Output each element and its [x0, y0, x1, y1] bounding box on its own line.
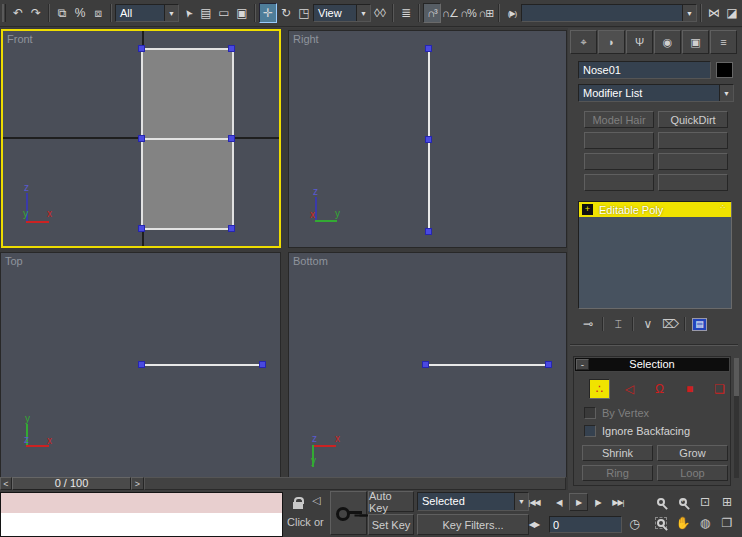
zoom-all-icon[interactable] — [674, 493, 692, 511]
time-configuration-icon[interactable]: ◷ — [626, 515, 643, 533]
vertex-handle[interactable] — [228, 225, 235, 232]
chevron-down-icon[interactable]: ▼ — [682, 5, 696, 21]
by-vertex-checkbox[interactable] — [584, 407, 596, 419]
vertex-subobject-button[interactable]: ∴ — [589, 379, 610, 399]
modifier-button-empty[interactable] — [584, 132, 654, 149]
vertex-handle[interactable] — [228, 135, 235, 142]
bind-to-spacewarp-icon[interactable]: ⧈ — [89, 3, 107, 23]
tab-create[interactable]: ⌖ — [570, 30, 597, 54]
arc-rotate-icon[interactable]: ◍ — [696, 514, 714, 532]
viewport-top[interactable]: Top y z x — [0, 252, 281, 478]
zoom-extents-icon[interactable]: ⊡ — [696, 493, 714, 511]
select-and-move-icon[interactable]: ✛ — [259, 3, 277, 23]
spinner-snap-icon[interactable]: ∩⊞ — [477, 3, 495, 23]
select-by-name-icon[interactable]: ▤ — [197, 3, 215, 23]
percent-snap-icon[interactable]: ∩% — [459, 3, 477, 23]
chevron-down-icon[interactable]: ▼ — [356, 5, 370, 21]
loop-button[interactable]: Loop — [657, 465, 728, 481]
ignore-backfacing-checkbox[interactable] — [584, 425, 596, 437]
tab-utilities[interactable]: ≡ — [710, 30, 737, 54]
viewport-right-label[interactable]: Right — [293, 33, 319, 45]
min-max-toggle-icon[interactable]: ❐ — [718, 514, 736, 532]
modifier-button-empty[interactable] — [658, 132, 728, 149]
modifier-list-dropdown[interactable]: Modifier List ▼ — [578, 84, 734, 102]
chevron-down-icon[interactable]: ▼ — [164, 5, 178, 21]
select-and-rotate-icon[interactable]: ↻ — [277, 3, 295, 23]
mirror-icon[interactable]: ⋈ — [705, 3, 723, 23]
vertex-handle[interactable] — [259, 361, 266, 368]
vertex-handle[interactable] — [425, 228, 432, 235]
snap-toggle-3d-icon[interactable]: ∩³ — [423, 3, 441, 23]
modifier-button-model-hair[interactable]: Model Hair — [584, 111, 654, 128]
angle-snap-icon[interactable]: ∩∠ — [441, 3, 459, 23]
key-filters-button[interactable]: Key Filters... — [417, 514, 529, 535]
pin-stack-icon[interactable]: ⊸ — [580, 317, 596, 331]
viewport-front-label[interactable]: Front — [7, 33, 33, 45]
align-icon[interactable]: ◪ — [723, 3, 741, 23]
region-zoom-icon[interactable] — [652, 514, 670, 532]
border-subobject-button[interactable]: Ω — [649, 379, 670, 399]
ring-button[interactable]: Ring — [582, 465, 653, 481]
stack-item-editable-poly[interactable]: + Editable Poly ∴ — [579, 202, 731, 217]
vertex-handle[interactable] — [138, 45, 145, 52]
modifier-button-empty[interactable] — [658, 153, 728, 170]
viewport-top-label[interactable]: Top — [5, 255, 23, 267]
go-to-start-icon[interactable]: |◀◀ — [524, 493, 544, 511]
tab-modify[interactable]: ◗ — [598, 30, 625, 54]
vertex-handle[interactable] — [138, 225, 145, 232]
previous-frame-arrow[interactable]: < — [0, 477, 12, 490]
toolbar-grip[interactable] — [2, 4, 6, 22]
use-pivot-center-icon[interactable]: ◊◊ — [371, 3, 389, 23]
keyboard-override-icon[interactable]: ≣ — [397, 3, 415, 23]
make-unique-icon[interactable]: ∨ — [640, 317, 656, 331]
select-object-icon[interactable]: ➤ — [179, 3, 197, 23]
redo-icon[interactable]: ↷ — [27, 3, 45, 23]
tab-motion[interactable]: ◉ — [654, 30, 681, 54]
macro-recorder-line[interactable] — [1, 493, 282, 514]
window-crossing-icon[interactable]: ▣ — [233, 3, 251, 23]
previous-frame-icon[interactable]: ◀| — [551, 493, 567, 511]
set-key-button[interactable]: Set Key — [368, 514, 414, 535]
shrink-button[interactable]: Shrink — [582, 445, 653, 461]
show-end-result-icon[interactable]: ⌶ — [610, 317, 626, 331]
select-and-link-icon[interactable]: ⧉ — [53, 3, 71, 23]
key-selection-set-dropdown[interactable]: Selected ▼ — [417, 492, 529, 511]
set-keys-button[interactable] — [330, 491, 367, 535]
modifier-button-empty[interactable] — [584, 153, 654, 170]
edit-named-selections-icon[interactable]: (▶) — [503, 3, 521, 23]
vertex-handle[interactable] — [422, 361, 429, 368]
time-slider-empty-track[interactable] — [144, 477, 566, 490]
zoom-icon[interactable] — [652, 493, 670, 511]
scrollbar-thumb[interactable] — [734, 358, 739, 396]
unlink-selection-icon[interactable]: % — [71, 3, 89, 23]
modifier-button-quickdirt[interactable]: QuickDirt — [658, 111, 728, 128]
viewport-bottom[interactable]: Bottom z x y — [288, 252, 567, 478]
edge-line-object[interactable] — [141, 364, 264, 366]
vertex-handle[interactable] — [138, 361, 145, 368]
vertex-handle[interactable] — [425, 45, 432, 52]
vertex-handle[interactable] — [138, 135, 145, 142]
selection-rollout-header[interactable]: - Selection — [574, 357, 730, 372]
object-name-field[interactable] — [578, 61, 711, 79]
configure-modifier-sets-icon[interactable]: ▤ — [692, 318, 707, 331]
grow-button[interactable]: Grow — [657, 445, 728, 461]
edge-line-object[interactable] — [425, 364, 549, 366]
vertex-handle[interactable] — [425, 136, 432, 143]
remove-modifier-icon[interactable]: ⌦ — [662, 317, 678, 331]
undo-icon[interactable]: ↶ — [9, 3, 27, 23]
tab-display[interactable]: ▣ — [682, 30, 709, 54]
key-mode-toggle-icon[interactable]: ◀▶ — [524, 515, 544, 533]
panel-scrollbar[interactable] — [734, 358, 739, 478]
plane-mid-edge[interactable] — [143, 138, 232, 140]
collapse-rollout-button[interactable]: - — [576, 359, 589, 370]
modifier-button-empty[interactable] — [584, 174, 654, 191]
zoom-extents-all-icon[interactable]: ⊞ — [718, 493, 736, 511]
modifier-button-empty[interactable] — [658, 174, 728, 191]
named-selection-sets-dropdown[interactable]: ▼ — [521, 4, 697, 22]
pan-hand-icon[interactable]: ✋ — [674, 514, 692, 532]
vertex-handle[interactable] — [545, 361, 552, 368]
select-and-scale-icon[interactable]: ◳ — [295, 3, 313, 23]
auto-key-button[interactable]: Auto Key — [368, 491, 414, 512]
reference-coordinate-system-dropdown[interactable]: View ▼ — [313, 4, 371, 22]
absolute-mode-icon[interactable]: ◁ — [312, 494, 320, 507]
